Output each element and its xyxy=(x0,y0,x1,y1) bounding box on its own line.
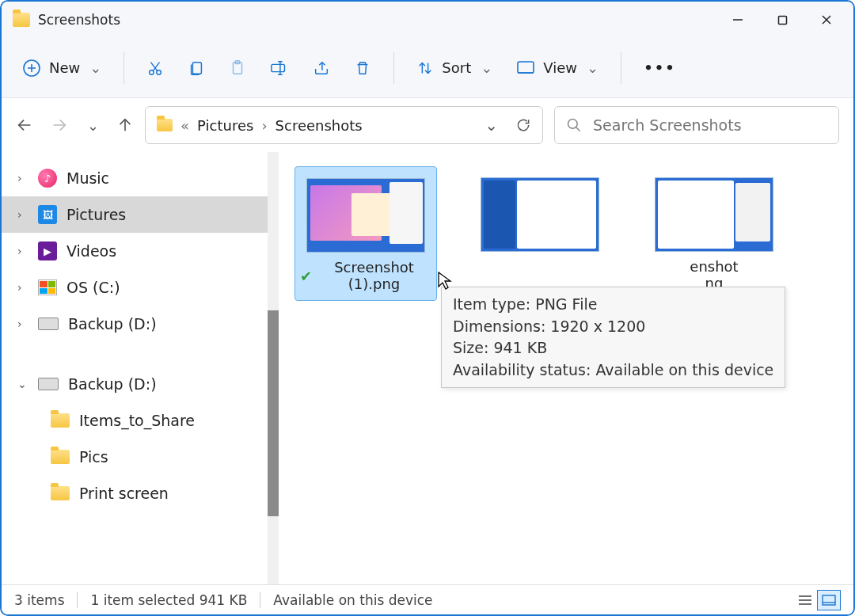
up-button[interactable] xyxy=(116,116,134,134)
pictures-icon: 🖼 xyxy=(38,205,57,224)
status-item-count: 3 items xyxy=(14,592,64,608)
sort-label: Sort xyxy=(442,59,471,76)
separator xyxy=(393,52,394,84)
svg-rect-31 xyxy=(823,595,835,605)
sidebar-label: Print screen xyxy=(79,485,169,502)
share-button[interactable] xyxy=(303,53,340,83)
more-button[interactable]: ••• xyxy=(634,53,686,82)
svg-rect-21 xyxy=(518,62,534,73)
chevron-right-icon: › xyxy=(17,318,28,330)
recent-dropdown[interactable]: ⌄ xyxy=(87,117,99,134)
file-item-selected[interactable]: ✔ Screenshot (1).png xyxy=(294,166,437,301)
sidebar-item-items-to-share[interactable]: Items_to_Share xyxy=(2,402,279,439)
navigation-sidebar: › ♪ Music › 🖼 Pictures › ▶ Videos › OS (… xyxy=(2,152,279,586)
chevron-down-icon: ⌄ xyxy=(89,59,101,76)
breadcrumb-screenshots[interactable]: Screenshots xyxy=(276,117,363,134)
tooltip-line: Size: 941 KB xyxy=(453,337,773,359)
svg-rect-11 xyxy=(193,62,202,74)
new-button[interactable]: New ⌄ xyxy=(13,52,111,84)
chevron-right-icon: › xyxy=(17,208,28,221)
file-tooltip: Item type: PNG File Dimensions: 1920 x 1… xyxy=(441,287,785,388)
sidebar-label: Pics xyxy=(79,448,108,466)
sidebar-item-videos[interactable]: › ▶ Videos xyxy=(2,233,279,269)
file-thumbnail xyxy=(306,178,425,253)
search-box[interactable] xyxy=(554,106,839,144)
thumbnails-view-button[interactable] xyxy=(817,590,841,610)
file-item[interactable]: enshot ng xyxy=(643,166,785,299)
delete-button[interactable] xyxy=(344,53,381,83)
window-title: Screenshots xyxy=(38,12,120,28)
sidebar-label: OS (C:) xyxy=(66,279,120,296)
sidebar-label: Videos xyxy=(66,242,116,260)
breadcrumb-separator: « xyxy=(180,117,189,134)
new-label: New xyxy=(49,59,80,76)
separator xyxy=(124,52,124,84)
title-bar: Screenshots xyxy=(2,2,853,38)
details-view-button[interactable] xyxy=(793,590,817,610)
sidebar-item-pics[interactable]: Pics xyxy=(2,439,279,475)
sidebar-item-pictures[interactable]: › 🖼 Pictures xyxy=(2,196,279,233)
status-selection: 1 item selected 941 KB xyxy=(90,592,247,608)
sidebar-item-backup-drive[interactable]: › Backup (D:) xyxy=(2,306,279,342)
chevron-down-icon[interactable]: ⌄ xyxy=(484,116,498,135)
window-controls xyxy=(716,4,849,36)
file-name: Screenshot (1).png xyxy=(317,259,431,292)
breadcrumb-pictures[interactable]: Pictures xyxy=(197,117,253,134)
forward-button[interactable] xyxy=(51,116,68,134)
sidebar-item-backup-drive-expanded[interactable]: ⌄ Backup (D:) xyxy=(2,366,279,402)
drive-icon xyxy=(38,318,59,330)
chevron-down-icon: ⌄ xyxy=(481,59,492,76)
copy-button[interactable] xyxy=(178,53,215,83)
status-availability: Available on this device xyxy=(273,592,432,608)
search-icon xyxy=(566,117,582,133)
address-bar[interactable]: « Pictures › Screenshots ⌄ xyxy=(145,106,543,144)
rename-button[interactable] xyxy=(260,53,298,83)
close-button[interactable] xyxy=(804,4,849,36)
chevron-down-icon: ⌄ xyxy=(17,378,28,390)
view-label: View xyxy=(543,59,577,76)
sidebar-label: Music xyxy=(66,169,109,187)
videos-icon: ▶ xyxy=(38,241,57,260)
folder-icon xyxy=(51,450,70,464)
chevron-right-icon: › xyxy=(17,281,28,294)
search-input[interactable] xyxy=(593,116,827,134)
svg-rect-14 xyxy=(272,64,285,71)
separator xyxy=(621,52,621,84)
music-icon: ♪ xyxy=(38,169,57,188)
chevron-down-icon: ⌄ xyxy=(587,59,598,76)
sidebar-scrollbar[interactable] xyxy=(268,152,279,586)
separator xyxy=(77,592,78,608)
status-bar: 3 items 1 item selected 941 KB Available… xyxy=(2,584,853,614)
svg-line-27 xyxy=(576,127,580,131)
toolbar: New ⌄ Sort ⌄ View ⌄ ••• xyxy=(2,38,853,98)
file-thumbnail xyxy=(481,177,599,252)
windows-drive-icon xyxy=(38,279,57,295)
cut-button[interactable] xyxy=(137,53,173,83)
folder-icon xyxy=(51,413,70,428)
file-item[interactable] xyxy=(469,166,611,260)
sidebar-item-music[interactable]: › ♪ Music xyxy=(2,160,279,196)
file-thumbnail xyxy=(655,177,773,252)
folder-icon xyxy=(157,119,173,131)
folder-icon xyxy=(13,13,30,27)
paste-button[interactable] xyxy=(219,53,256,83)
file-name-partial: enshot xyxy=(690,258,738,275)
chevron-right-icon: › xyxy=(17,172,28,184)
back-button[interactable] xyxy=(16,116,33,134)
tooltip-line: Dimensions: 1920 x 1200 xyxy=(453,316,773,338)
refresh-button[interactable] xyxy=(515,117,531,133)
separator xyxy=(260,592,260,608)
sidebar-label: Backup (D:) xyxy=(68,375,157,393)
maximize-button[interactable] xyxy=(760,4,804,36)
chevron-right-icon: › xyxy=(17,245,28,257)
sync-ok-icon: ✔ xyxy=(300,268,312,284)
svg-rect-1 xyxy=(778,16,786,24)
sort-button[interactable]: Sort ⌄ xyxy=(407,53,502,83)
sidebar-item-os-drive[interactable]: › OS (C:) xyxy=(2,269,279,306)
minimize-button[interactable] xyxy=(716,4,760,36)
sidebar-label: Items_to_Share xyxy=(79,412,195,429)
view-button[interactable]: View ⌄ xyxy=(507,53,608,82)
sidebar-item-print-screen[interactable]: Print screen xyxy=(2,475,279,511)
address-row: ⌄ « Pictures › Screenshots ⌄ xyxy=(2,98,853,152)
scrollbar-thumb[interactable] xyxy=(268,310,279,516)
